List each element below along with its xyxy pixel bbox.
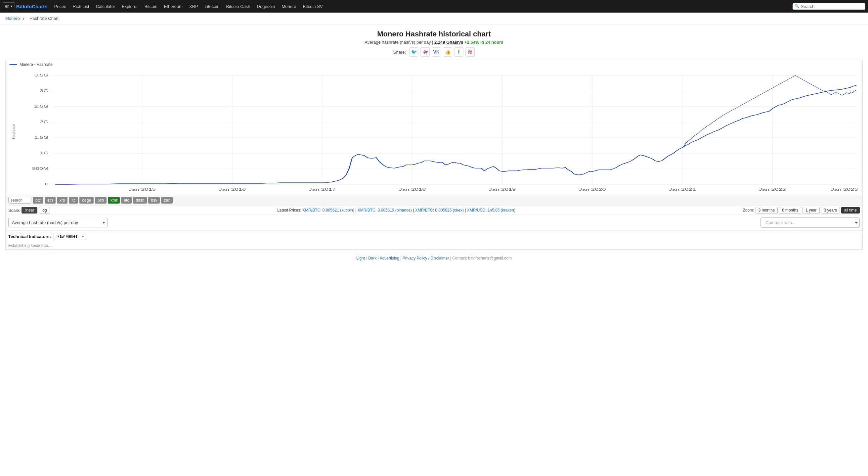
coin-search-input[interactable] <box>8 197 31 204</box>
svg-text:Jan 2017: Jan 2017 <box>309 187 336 191</box>
coin-doge[interactable]: doge <box>80 197 94 204</box>
chart-toolbar: btc eth xrp ltc doge bch xmr etc dash bs… <box>6 195 862 206</box>
search-input[interactable] <box>801 4 863 9</box>
nav-dogecoin[interactable]: Dogecoin <box>254 2 278 11</box>
tech-indicators-label: Technical Indicators: <box>8 234 51 239</box>
search-box: 🔍 <box>793 3 865 9</box>
nav-explorer[interactable]: Explorer <box>119 2 140 11</box>
legend-label: Monero - Hashrate <box>20 62 53 67</box>
zoom-3years[interactable]: 3 years <box>821 207 840 213</box>
main-content: Monero Hashrate historical chart Average… <box>0 25 868 268</box>
share-twitter[interactable]: 🐦 <box>409 47 418 57</box>
breadcrumb-separator: / <box>23 16 26 21</box>
nav-xrp[interactable]: XRP <box>187 2 201 11</box>
scale-label: Scale: <box>8 208 20 213</box>
coin-ltc[interactable]: ltc <box>69 197 78 204</box>
breadcrumb-home[interactable]: Monero <box>5 16 20 21</box>
legend-line-icon <box>9 64 17 65</box>
coin-btc[interactable]: btc <box>33 197 43 204</box>
nav-bitcoin[interactable]: Bitcoin <box>142 2 160 11</box>
chart-svg-area[interactable]: Hashrate .grid-line { stroke: #e0e0e0; s… <box>6 69 862 195</box>
coin-eth[interactable]: eth <box>45 197 56 204</box>
nav-calculator[interactable]: Calculator <box>93 2 118 11</box>
svg-text:Jan 2018: Jan 2018 <box>399 187 426 191</box>
svg-text:Jan 2019: Jan 2019 <box>489 187 516 191</box>
establishing-note: Establishing secure co... <box>6 242 862 249</box>
share-vk[interactable]: VK <box>432 47 441 57</box>
svg-text:3G: 3G <box>40 89 49 93</box>
svg-text:2.5G: 2.5G <box>34 104 49 108</box>
compare-wrap: Compare with... <box>761 217 860 228</box>
price-okex[interactable]: XMR/BTC: 0.005625 (okex) <box>415 208 464 212</box>
chart-legend: Monero - Hashrate <box>6 60 862 69</box>
search-icon: 🔍 <box>795 4 800 9</box>
lang-button[interactable]: en ▾ <box>3 2 15 10</box>
breadcrumb: Monero / Hashrate Chart <box>0 12 868 25</box>
bottom-controls: Average hashrate (hash/s) per day Compar… <box>6 214 862 230</box>
nav-ethereum[interactable]: Ethereum <box>161 2 185 11</box>
share-weibo[interactable]: 微 <box>465 47 475 57</box>
tech-dropdown-wrap: Raw Values <box>54 233 86 240</box>
zoom-6months[interactable]: 6 months <box>779 207 801 213</box>
zoom-3months[interactable]: 3 months <box>755 207 778 213</box>
coin-bch[interactable]: bch <box>95 197 106 204</box>
coin-xrp[interactable]: xrp <box>57 197 68 204</box>
zoom-controls: Zoom: 3 months 6 months 1 year 3 years a… <box>743 207 860 213</box>
y-axis-label: Hashrate <box>11 124 16 139</box>
metric-dropdown[interactable]: Average hashrate (hash/s) per day <box>8 218 107 228</box>
zoom-1year[interactable]: 1 year <box>803 207 819 213</box>
footer: Light / Dark | Advertising | Privacy Pol… <box>5 253 863 263</box>
breadcrumb-current: Hashrate Chart <box>29 16 59 21</box>
tech-dropdown[interactable]: Raw Values <box>54 233 86 240</box>
price-binance[interactable]: XMR/BTC: 0.005619 (binance) <box>358 208 412 212</box>
coin-zec[interactable]: zec <box>161 197 173 204</box>
footer-contact: Contact: bitinfocharts@gmail.com <box>452 256 512 261</box>
prices-label: Latest Prices: <box>277 208 301 212</box>
subtitle-prefix: Average hashrate (hash/s) per day | <box>365 40 434 45</box>
footer-privacy[interactable]: Privacy Policy / Disclaimer <box>403 256 449 261</box>
brand-logo[interactable]: BitInfoCharts <box>16 4 48 9</box>
nav-bitcoin-cash[interactable]: Bitcoin Cash <box>224 2 253 11</box>
svg-text:Jan 2020: Jan 2020 <box>579 187 606 191</box>
svg-text:0: 0 <box>45 182 49 186</box>
svg-text:Jan 2022: Jan 2022 <box>759 187 786 191</box>
footer-advertising[interactable]: Advertising <box>380 256 399 261</box>
svg-text:Jan 2021: Jan 2021 <box>669 187 696 191</box>
share-facebook[interactable]: f <box>454 47 463 57</box>
coin-xmr[interactable]: xmr <box>108 197 120 204</box>
price-kraken[interactable]: XMR/USD: 145.85 (kraken) <box>467 208 516 212</box>
svg-text:1.5G: 1.5G <box>34 136 49 139</box>
prices-line: Latest Prices: XMR/BTC: 0.005621 (kucoin… <box>51 207 742 214</box>
scale-log[interactable]: log <box>39 207 50 213</box>
footer-dark[interactable]: Dark <box>368 256 376 261</box>
scale-linear[interactable]: linear <box>22 207 37 213</box>
svg-text:1G: 1G <box>40 151 49 155</box>
coin-bsv[interactable]: bsv <box>148 197 160 204</box>
share-like[interactable]: 👍 <box>443 47 452 57</box>
coin-etc[interactable]: etc <box>121 197 132 204</box>
chart-svg[interactable]: .grid-line { stroke: #e0e0e0; stroke-wid… <box>22 69 862 195</box>
svg-text:3.5G: 3.5G <box>34 73 49 77</box>
nav-bitcoin-sv[interactable]: Bitcoin SV <box>300 2 326 11</box>
nav-prices[interactable]: Prices <box>52 2 69 11</box>
zoom-alltime[interactable]: all time <box>841 207 860 213</box>
chart-subtitle: Average hashrate (hash/s) per day | 2.14… <box>5 40 863 45</box>
share-label: Share: <box>393 50 406 55</box>
share-bar: Share: 🐦 👾 VK 👍 f 微 <box>5 47 863 57</box>
price-kucoin[interactable]: XMR/BTC: 0.005621 (kucoin) <box>302 208 354 212</box>
nav-rich-list[interactable]: Rich List <box>70 2 92 11</box>
tech-indicators: Technical Indicators: Raw Values <box>6 230 862 242</box>
svg-text:500M: 500M <box>32 167 49 171</box>
nav-monero[interactable]: Monero <box>279 2 299 11</box>
nav-litecoin[interactable]: Litecoin <box>202 2 222 11</box>
footer-light[interactable]: Light <box>356 256 365 261</box>
coin-dash[interactable]: dash <box>133 197 147 204</box>
svg-text:Jan 2016: Jan 2016 <box>219 187 246 191</box>
share-reddit[interactable]: 👾 <box>421 47 430 57</box>
svg-text:Jan 2015: Jan 2015 <box>129 187 156 191</box>
compare-dropdown[interactable]: Compare with... <box>761 217 860 228</box>
chart-container: Monero - Hashrate Hashrate .grid-line { … <box>5 60 863 249</box>
chart-title: Monero Hashrate historical chart <box>5 30 863 38</box>
hashrate-detail-line <box>682 76 857 148</box>
hashrate-value: 2.149 Ghash/s <box>434 40 463 45</box>
